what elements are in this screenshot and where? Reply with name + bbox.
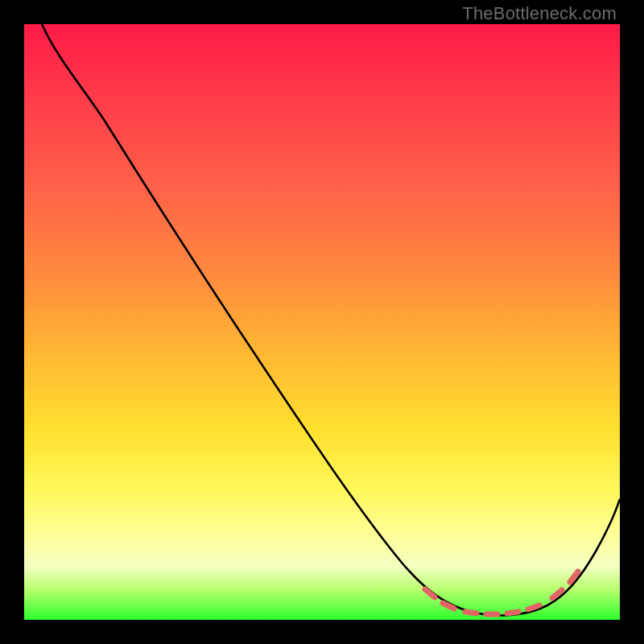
svg-line-0 — [425, 589, 435, 597]
plot-area — [24, 24, 620, 620]
watermark-text: TheBottleneck.com — [462, 3, 617, 24]
bottleneck-curve-svg — [24, 24, 620, 620]
svg-line-5 — [528, 605, 539, 609]
svg-line-2 — [465, 612, 477, 613]
optimal-range-dashes — [425, 572, 578, 614]
svg-line-4 — [507, 612, 518, 613]
bottleneck-curve — [42, 24, 620, 616]
chart-frame: TheBottleneck.com — [0, 0, 644, 644]
